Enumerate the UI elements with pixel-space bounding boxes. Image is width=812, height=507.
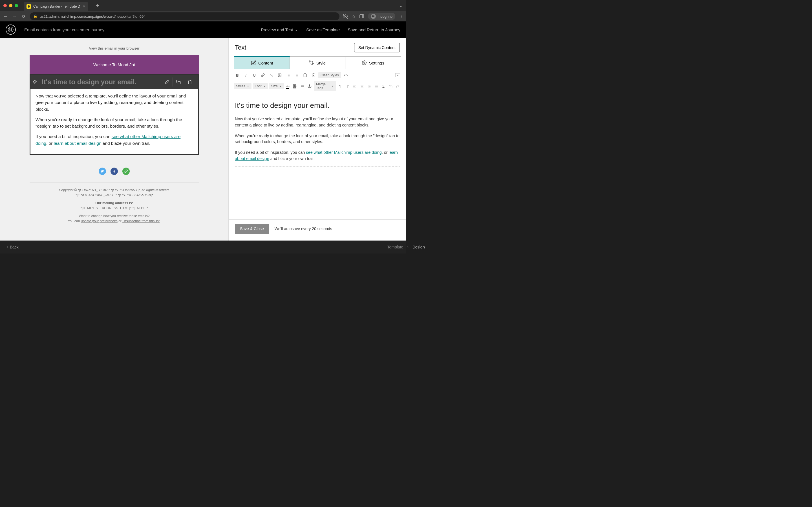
styles-dropdown[interactable]: Styles▼ <box>234 83 252 89</box>
facebook-icon[interactable] <box>110 168 118 175</box>
browser-actions: ☆ Incognito ⋮ <box>343 13 403 20</box>
view-in-browser-link[interactable]: View this email in your browser <box>30 43 199 55</box>
new-tab-button[interactable]: + <box>96 3 99 9</box>
mailchimp-logo[interactable] <box>6 24 16 35</box>
panel-title: Text <box>235 44 246 51</box>
drag-handle-icon[interactable]: ✥ <box>33 79 37 85</box>
eye-off-icon[interactable] <box>343 14 348 19</box>
special-char-button[interactable] <box>380 82 387 90</box>
delete-block-icon[interactable] <box>184 77 195 87</box>
reload-icon[interactable]: ⟳ <box>21 14 27 19</box>
welcome-banner[interactable]: Welcome To Mood Jot <box>30 55 199 74</box>
ltr-button[interactable]: ¶ <box>337 82 343 90</box>
twitter-icon[interactable] <box>99 168 106 175</box>
tab-close-icon[interactable]: ✕ <box>83 4 86 8</box>
paragraph: Now that you've selected a template, you… <box>36 93 193 112</box>
hr-button[interactable] <box>299 82 306 90</box>
svg-point-27 <box>309 84 310 86</box>
italic-button[interactable]: I <box>242 71 250 79</box>
bg-color-button[interactable]: A▾ <box>292 82 298 90</box>
svg-point-5 <box>373 16 374 17</box>
ordered-list-button[interactable] <box>285 71 292 79</box>
sidepanel-icon[interactable] <box>359 14 364 18</box>
image-button[interactable] <box>276 71 283 79</box>
incognito-badge[interactable]: Incognito <box>368 13 395 20</box>
svg-point-6 <box>8 27 13 32</box>
social-row[interactable] <box>99 163 130 179</box>
email-canvas[interactable]: View this email in your browser Welcome … <box>0 38 229 240</box>
underline-button[interactable]: U <box>251 71 258 79</box>
svg-rect-26 <box>301 86 304 87</box>
text-block-selected[interactable]: ✥ It's time to design your email. <box>30 74 199 155</box>
align-left-button[interactable] <box>352 82 358 90</box>
star-icon[interactable]: ☆ <box>352 14 356 18</box>
editor-panel: Text Set Dynamic Content Content Style <box>229 38 406 240</box>
window-controls <box>3 4 18 7</box>
unordered-list-button[interactable] <box>293 71 300 79</box>
align-center-button[interactable] <box>359 82 365 90</box>
browser-tab-strip: Campaign Builder - Template D ✕ + ⌄ <box>0 0 406 11</box>
edit-block-icon[interactable] <box>161 77 172 87</box>
size-dropdown[interactable]: Size▼ <box>269 83 284 89</box>
svg-rect-2 <box>360 15 364 18</box>
back-icon[interactable]: ← <box>3 14 8 19</box>
tab-overflow-icon[interactable]: ⌄ <box>399 3 403 8</box>
duplicate-block-icon[interactable] <box>172 77 184 87</box>
mailing-address: *|HTML:LIST_ADDRESS_HTML|* *|END:IF|* <box>30 206 199 210</box>
anchor-button[interactable] <box>306 82 313 90</box>
tab-content[interactable]: Content <box>234 56 290 69</box>
minimize-window[interactable] <box>9 4 12 7</box>
tab-settings[interactable]: Settings <box>345 57 401 69</box>
step-breadcrumb: Template › Design <box>387 245 406 249</box>
crumb-template[interactable]: Template <box>387 245 403 249</box>
redo-button[interactable] <box>395 82 401 90</box>
save-close-button[interactable]: Save & Close <box>235 224 269 234</box>
app-header: Email contacts from your customer journe… <box>0 21 406 38</box>
address-bar: ← → ⟳ 🔒 us21.admin.mailchimp.com/campaig… <box>0 11 406 21</box>
align-right-button[interactable] <box>366 82 372 90</box>
undo-button[interactable] <box>388 82 394 90</box>
close-window[interactable] <box>3 4 7 7</box>
link-button[interactable] <box>259 71 266 79</box>
set-dynamic-content-button[interactable]: Set Dynamic Content <box>354 43 400 52</box>
merge-tags-dropdown[interactable]: Merge Tags▼ <box>314 81 336 91</box>
bold-button[interactable]: B <box>234 71 241 79</box>
rtl-button[interactable]: ¶ <box>345 82 351 90</box>
collapse-toolbar-icon[interactable]: ▲ <box>395 73 400 77</box>
save-as-template-button[interactable]: Save as Template <box>306 27 340 32</box>
clear-styles-button[interactable]: Clear Styles <box>318 72 341 78</box>
block-toolbar: ✥ It's time to design your email. <box>31 75 198 89</box>
unsubscribe-link[interactable]: unsubscribe from this list <box>122 219 160 223</box>
svg-rect-24 <box>313 73 314 74</box>
align-justify-button[interactable] <box>373 82 379 90</box>
update-prefs-link[interactable]: update your preferences <box>81 219 117 223</box>
svg-text:T: T <box>313 75 314 76</box>
unsub-line: You can update your preferences or unsub… <box>30 219 199 223</box>
content-icon <box>251 60 256 65</box>
save-return-button[interactable]: Save and Return to Journey <box>348 27 400 32</box>
back-button[interactable]: ‹ Back <box>7 245 18 249</box>
editor-heading: It's time to design your email. <box>235 100 400 111</box>
settings-icon <box>362 60 367 65</box>
source-code-button[interactable] <box>342 71 350 79</box>
text-color-button[interactable]: A▾ <box>285 82 291 90</box>
svg-line-11 <box>270 74 272 76</box>
url-input[interactable]: 🔒 us21.admin.mailchimp.com/campaigns/wiz… <box>30 12 340 20</box>
block-body[interactable]: Now that you've selected a template, you… <box>31 89 198 154</box>
link-icon[interactable] <box>122 168 130 175</box>
browser-tab[interactable]: Campaign Builder - Template D ✕ <box>24 2 88 11</box>
rich-text-editor[interactable]: It's time to design your email. Now that… <box>229 94 406 219</box>
preview-test-dropdown[interactable]: Preview and Test ⌄ <box>261 27 298 32</box>
menu-icon[interactable]: ⋮ <box>399 14 403 18</box>
rte-toolbar-1: B I U T Clear Styles <box>229 69 406 80</box>
editor-link[interactable]: see what other Mailchimp users are doing <box>306 150 382 155</box>
paste-text-button[interactable]: T <box>310 71 317 79</box>
font-dropdown[interactable]: Font▼ <box>253 83 268 89</box>
paste-button[interactable] <box>301 71 309 79</box>
email-footer[interactable]: Copyright © *|CURRENT_YEAR|* *|LIST:COMP… <box>30 182 199 230</box>
svg-point-4 <box>372 16 373 17</box>
tab-style[interactable]: Style <box>290 57 345 69</box>
svg-point-13 <box>279 74 280 75</box>
maximize-window[interactable] <box>15 4 18 7</box>
learn-design-link[interactable]: learn about email design <box>54 141 101 146</box>
